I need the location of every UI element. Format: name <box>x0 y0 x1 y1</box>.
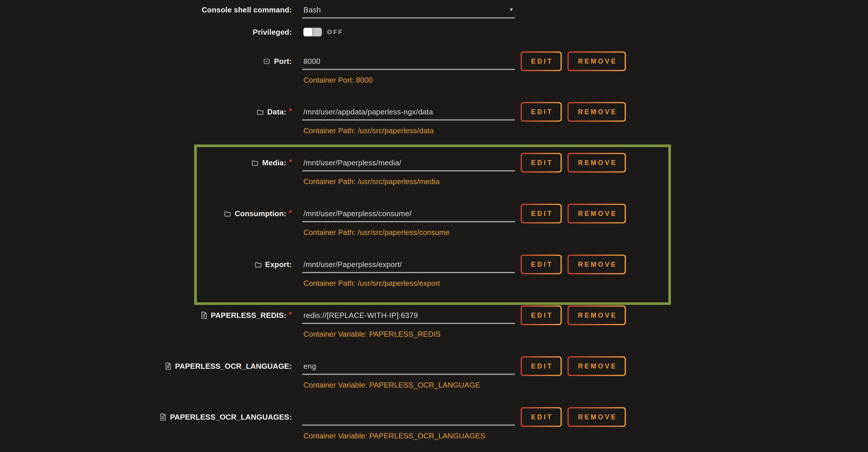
folder-icon <box>256 108 264 116</box>
toggle-knob <box>303 28 312 36</box>
edit-button-label: EDIT <box>522 53 561 70</box>
field-help-text: Container Variable: PAPERLESS_REDIS <box>302 329 515 339</box>
docker-container-settings-page: Console shell command: Bash ▼ Privileged… <box>0 0 868 452</box>
remove-button[interactable]: REMOVE <box>567 52 626 71</box>
field-label-cell: Privileged: <box>0 25 292 39</box>
selected-option: Bash <box>302 5 321 14</box>
field-value: 8000 <box>302 57 320 66</box>
field-value: eng <box>302 362 316 371</box>
paperless-redis-input[interactable]: redis://[REPLACE-WITH-IP]:6379 <box>302 308 515 324</box>
port-input[interactable]: 8000 <box>302 54 515 70</box>
config-row-console-shell-command: Console shell command: Bash ▼ <box>0 2 868 19</box>
edit-button[interactable]: EDIT <box>521 52 562 71</box>
config-row-data: Data: * /mnt/user/appdata/paperless-ngx/… <box>0 104 868 135</box>
edit-button[interactable]: EDIT <box>521 153 562 173</box>
edit-button[interactable]: EDIT <box>521 305 562 325</box>
edit-button[interactable]: EDIT <box>521 204 562 223</box>
port-icon <box>262 58 271 65</box>
remove-button[interactable]: REMOVE <box>567 254 626 274</box>
config-row-privileged: Privileged: OFF <box>0 25 868 39</box>
toggle-state-label: OFF <box>327 28 343 36</box>
remove-button-label: REMOVE <box>569 358 625 375</box>
row-actions: EDIT REMOVE <box>521 254 626 274</box>
field-label-cell: Port: <box>0 54 292 69</box>
remove-button[interactable]: REMOVE <box>567 356 626 376</box>
field-label: Privileged: <box>253 28 292 37</box>
field-label: PAPERLESS_OCR_LANGUAGE: <box>175 362 292 371</box>
edit-button-label: EDIT <box>522 409 561 426</box>
remove-button-label: REMOVE <box>569 205 625 222</box>
field-label-cell: PAPERLESS_OCR_LANGUAGES: <box>0 410 292 425</box>
export-input[interactable]: /mnt/user/Paperpless/export/ <box>302 257 515 273</box>
field-value: /mnt/user/Paperpless/consume/ <box>302 209 411 218</box>
row-actions: EDIT REMOVE <box>521 52 626 71</box>
row-actions: EDIT REMOVE <box>521 204 626 223</box>
field-value-cell: Container Variable: PAPERLESS_OCR_LANGUA… <box>302 410 515 441</box>
required-asterisk: * <box>289 208 292 217</box>
field-value-cell: /mnt/user/Paperpless/export/ Container P… <box>302 257 515 288</box>
row-actions: EDIT REMOVE <box>521 153 626 173</box>
field-label: Console shell command: <box>202 5 292 14</box>
field-help-text: Container Variable: PAPERLESS_OCR_LANGUA… <box>302 431 515 441</box>
remove-button[interactable]: REMOVE <box>567 204 626 223</box>
field-value: /mnt/user/appdata/paperless-ngx/data <box>302 108 433 117</box>
field-label-cell: PAPERLESS_REDIS: * <box>0 308 292 323</box>
config-row-paperless-ocr-languages: PAPERLESS_OCR_LANGUAGES: Container Varia… <box>0 410 868 441</box>
caret-down-icon: ▼ <box>509 7 514 13</box>
edit-button-label: EDIT <box>522 103 561 121</box>
privileged-toggle[interactable] <box>303 28 322 36</box>
folder-icon <box>254 261 262 269</box>
required-asterisk: * <box>289 107 292 116</box>
remove-button-label: REMOVE <box>569 307 625 324</box>
paperless-ocr-languages-input[interactable] <box>302 410 515 426</box>
edit-button-label: EDIT <box>522 307 561 324</box>
remove-button[interactable]: REMOVE <box>567 305 626 325</box>
edit-button[interactable]: EDIT <box>521 407 562 427</box>
field-help-text: Container Port: 8000 <box>302 75 515 85</box>
row-actions: EDIT REMOVE <box>521 356 626 376</box>
field-help-text: Container Path: /usr/src/paperless/media <box>302 177 515 186</box>
config-row-paperless-ocr-language: PAPERLESS_OCR_LANGUAGE: eng Container Va… <box>0 359 868 390</box>
field-value-cell: OFF <box>302 25 515 39</box>
remove-button-label: REMOVE <box>569 154 625 171</box>
field-label-cell: Consumption: * <box>0 206 292 221</box>
toggle-cell: OFF <box>302 25 515 39</box>
remove-button-label: REMOVE <box>569 409 625 426</box>
remove-button[interactable]: REMOVE <box>567 407 626 427</box>
edit-button[interactable]: EDIT <box>521 254 562 274</box>
document-icon <box>159 413 167 421</box>
field-value-cell: Bash ▼ <box>302 2 515 19</box>
field-label-cell: Data: * <box>0 104 292 119</box>
field-value: /mnt/user/Paperpless/media/ <box>302 158 401 167</box>
field-help-text: Container Path: /usr/src/paperless/consu… <box>302 228 515 237</box>
field-label: Media: <box>262 158 286 167</box>
row-actions: EDIT REMOVE <box>521 407 626 427</box>
required-asterisk: * <box>289 310 292 319</box>
field-label-cell: Export: <box>0 257 292 272</box>
field-label: Port: <box>274 57 292 66</box>
data-input[interactable]: /mnt/user/appdata/paperless-ngx/data <box>302 104 515 121</box>
edit-button-label: EDIT <box>522 205 561 222</box>
document-icon <box>164 362 172 370</box>
edit-button[interactable]: EDIT <box>521 102 562 122</box>
field-label-cell: PAPERLESS_OCR_LANGUAGE: <box>0 359 292 374</box>
folder-icon <box>224 210 231 218</box>
field-value-cell: /mnt/user/Paperpless/consume/ Container … <box>302 206 515 237</box>
edit-button[interactable]: EDIT <box>521 356 562 376</box>
field-value-cell: redis://[REPLACE-WITH-IP]:6379 Container… <box>302 308 515 339</box>
config-row-port: Port: 8000 Container Port: 8000 EDIT REM… <box>0 54 868 85</box>
config-row-media: Media: * /mnt/user/Paperpless/media/ Con… <box>0 155 868 186</box>
console-shell-command-select[interactable]: Bash ▼ <box>302 2 515 19</box>
remove-button[interactable]: REMOVE <box>567 153 626 173</box>
edit-button-label: EDIT <box>522 256 561 273</box>
edit-button-label: EDIT <box>522 358 561 375</box>
field-help-text: Container Path: /usr/src/paperless/data <box>302 126 515 135</box>
field-value-cell: eng Container Variable: PAPERLESS_OCR_LA… <box>302 359 515 390</box>
consumption-input[interactable]: /mnt/user/Paperpless/consume/ <box>302 206 515 222</box>
paperless-ocr-language-input[interactable]: eng <box>302 359 515 375</box>
field-label: Consumption: <box>235 209 286 218</box>
media-input[interactable]: /mnt/user/Paperpless/media/ <box>302 155 515 171</box>
config-row-export: Export: /mnt/user/Paperpless/export/ Con… <box>0 257 868 288</box>
remove-button[interactable]: REMOVE <box>567 102 626 122</box>
config-row-consumption: Consumption: * /mnt/user/Paperpless/cons… <box>0 206 868 237</box>
